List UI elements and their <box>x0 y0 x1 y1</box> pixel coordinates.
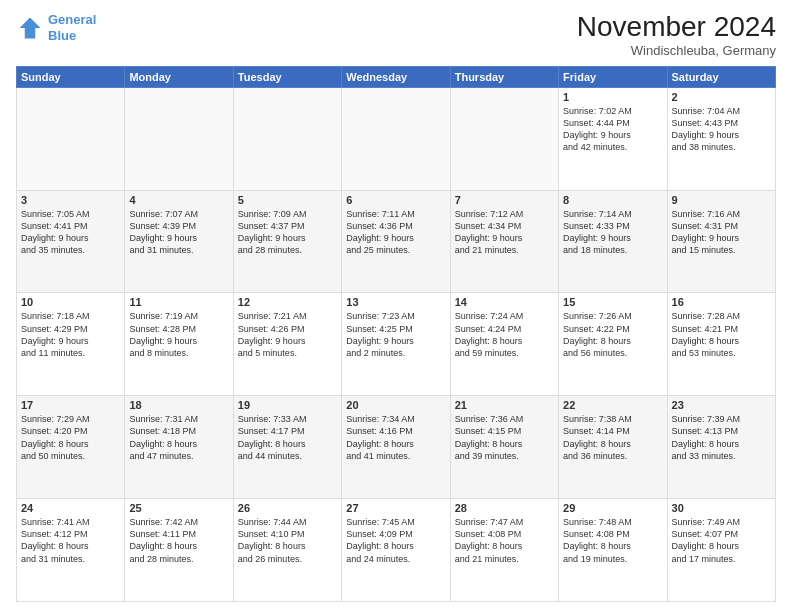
day-info: Sunrise: 7:24 AM Sunset: 4:24 PM Dayligh… <box>455 310 554 359</box>
day-number: 13 <box>346 296 445 308</box>
day-number: 4 <box>129 194 228 206</box>
day-info: Sunrise: 7:41 AM Sunset: 4:12 PM Dayligh… <box>21 516 120 565</box>
day-number: 25 <box>129 502 228 514</box>
day-cell: 26Sunrise: 7:44 AM Sunset: 4:10 PM Dayli… <box>233 499 341 602</box>
day-number: 23 <box>672 399 771 411</box>
day-number: 14 <box>455 296 554 308</box>
day-cell: 2Sunrise: 7:04 AM Sunset: 4:43 PM Daylig… <box>667 87 775 190</box>
day-info: Sunrise: 7:48 AM Sunset: 4:08 PM Dayligh… <box>563 516 662 565</box>
day-number: 5 <box>238 194 337 206</box>
day-number: 17 <box>21 399 120 411</box>
weekday-sunday: Sunday <box>17 66 125 87</box>
day-info: Sunrise: 7:04 AM Sunset: 4:43 PM Dayligh… <box>672 105 771 154</box>
day-number: 19 <box>238 399 337 411</box>
day-cell: 9Sunrise: 7:16 AM Sunset: 4:31 PM Daylig… <box>667 190 775 293</box>
header: General Blue November 2024 Windischleuba… <box>16 12 776 58</box>
day-info: Sunrise: 7:21 AM Sunset: 4:26 PM Dayligh… <box>238 310 337 359</box>
day-cell: 4Sunrise: 7:07 AM Sunset: 4:39 PM Daylig… <box>125 190 233 293</box>
day-cell: 27Sunrise: 7:45 AM Sunset: 4:09 PM Dayli… <box>342 499 450 602</box>
day-number: 20 <box>346 399 445 411</box>
logo-line1: General <box>48 12 96 27</box>
day-info: Sunrise: 7:23 AM Sunset: 4:25 PM Dayligh… <box>346 310 445 359</box>
day-info: Sunrise: 7:31 AM Sunset: 4:18 PM Dayligh… <box>129 413 228 462</box>
day-number: 21 <box>455 399 554 411</box>
day-cell: 6Sunrise: 7:11 AM Sunset: 4:36 PM Daylig… <box>342 190 450 293</box>
day-info: Sunrise: 7:18 AM Sunset: 4:29 PM Dayligh… <box>21 310 120 359</box>
weekday-wednesday: Wednesday <box>342 66 450 87</box>
day-info: Sunrise: 7:39 AM Sunset: 4:13 PM Dayligh… <box>672 413 771 462</box>
weekday-tuesday: Tuesday <box>233 66 341 87</box>
day-info: Sunrise: 7:11 AM Sunset: 4:36 PM Dayligh… <box>346 208 445 257</box>
day-cell: 22Sunrise: 7:38 AM Sunset: 4:14 PM Dayli… <box>559 396 667 499</box>
week-row-1: 3Sunrise: 7:05 AM Sunset: 4:41 PM Daylig… <box>17 190 776 293</box>
month-title: November 2024 <box>577 12 776 43</box>
day-info: Sunrise: 7:38 AM Sunset: 4:14 PM Dayligh… <box>563 413 662 462</box>
day-number: 11 <box>129 296 228 308</box>
day-cell <box>125 87 233 190</box>
day-cell <box>17 87 125 190</box>
day-cell: 21Sunrise: 7:36 AM Sunset: 4:15 PM Dayli… <box>450 396 558 499</box>
day-number: 22 <box>563 399 662 411</box>
day-cell: 7Sunrise: 7:12 AM Sunset: 4:34 PM Daylig… <box>450 190 558 293</box>
day-info: Sunrise: 7:29 AM Sunset: 4:20 PM Dayligh… <box>21 413 120 462</box>
day-number: 29 <box>563 502 662 514</box>
day-cell <box>233 87 341 190</box>
day-number: 3 <box>21 194 120 206</box>
calendar-body: 1Sunrise: 7:02 AM Sunset: 4:44 PM Daylig… <box>17 87 776 601</box>
page: General Blue November 2024 Windischleuba… <box>0 0 792 612</box>
day-number: 10 <box>21 296 120 308</box>
day-info: Sunrise: 7:19 AM Sunset: 4:28 PM Dayligh… <box>129 310 228 359</box>
day-info: Sunrise: 7:34 AM Sunset: 4:16 PM Dayligh… <box>346 413 445 462</box>
logo-text: General Blue <box>48 12 96 43</box>
day-info: Sunrise: 7:36 AM Sunset: 4:15 PM Dayligh… <box>455 413 554 462</box>
day-info: Sunrise: 7:26 AM Sunset: 4:22 PM Dayligh… <box>563 310 662 359</box>
day-info: Sunrise: 7:12 AM Sunset: 4:34 PM Dayligh… <box>455 208 554 257</box>
week-row-0: 1Sunrise: 7:02 AM Sunset: 4:44 PM Daylig… <box>17 87 776 190</box>
day-info: Sunrise: 7:33 AM Sunset: 4:17 PM Dayligh… <box>238 413 337 462</box>
day-cell: 12Sunrise: 7:21 AM Sunset: 4:26 PM Dayli… <box>233 293 341 396</box>
svg-marker-0 <box>20 17 41 38</box>
weekday-saturday: Saturday <box>667 66 775 87</box>
weekday-monday: Monday <box>125 66 233 87</box>
day-cell: 30Sunrise: 7:49 AM Sunset: 4:07 PM Dayli… <box>667 499 775 602</box>
day-cell: 17Sunrise: 7:29 AM Sunset: 4:20 PM Dayli… <box>17 396 125 499</box>
day-number: 6 <box>346 194 445 206</box>
day-cell <box>450 87 558 190</box>
day-number: 18 <box>129 399 228 411</box>
day-number: 27 <box>346 502 445 514</box>
day-number: 24 <box>21 502 120 514</box>
day-number: 26 <box>238 502 337 514</box>
day-cell: 16Sunrise: 7:28 AM Sunset: 4:21 PM Dayli… <box>667 293 775 396</box>
day-cell: 8Sunrise: 7:14 AM Sunset: 4:33 PM Daylig… <box>559 190 667 293</box>
day-cell: 5Sunrise: 7:09 AM Sunset: 4:37 PM Daylig… <box>233 190 341 293</box>
day-cell: 11Sunrise: 7:19 AM Sunset: 4:28 PM Dayli… <box>125 293 233 396</box>
calendar: SundayMondayTuesdayWednesdayThursdayFrid… <box>16 66 776 602</box>
day-cell: 29Sunrise: 7:48 AM Sunset: 4:08 PM Dayli… <box>559 499 667 602</box>
week-row-2: 10Sunrise: 7:18 AM Sunset: 4:29 PM Dayli… <box>17 293 776 396</box>
weekday-friday: Friday <box>559 66 667 87</box>
day-info: Sunrise: 7:44 AM Sunset: 4:10 PM Dayligh… <box>238 516 337 565</box>
location: Windischleuba, Germany <box>577 43 776 58</box>
weekday-thursday: Thursday <box>450 66 558 87</box>
logo-line2: Blue <box>48 28 76 43</box>
day-cell: 3Sunrise: 7:05 AM Sunset: 4:41 PM Daylig… <box>17 190 125 293</box>
day-number: 15 <box>563 296 662 308</box>
day-cell: 14Sunrise: 7:24 AM Sunset: 4:24 PM Dayli… <box>450 293 558 396</box>
day-number: 8 <box>563 194 662 206</box>
day-number: 9 <box>672 194 771 206</box>
day-number: 12 <box>238 296 337 308</box>
day-cell: 19Sunrise: 7:33 AM Sunset: 4:17 PM Dayli… <box>233 396 341 499</box>
day-cell: 13Sunrise: 7:23 AM Sunset: 4:25 PM Dayli… <box>342 293 450 396</box>
day-info: Sunrise: 7:49 AM Sunset: 4:07 PM Dayligh… <box>672 516 771 565</box>
day-cell: 24Sunrise: 7:41 AM Sunset: 4:12 PM Dayli… <box>17 499 125 602</box>
calendar-header: SundayMondayTuesdayWednesdayThursdayFrid… <box>17 66 776 87</box>
day-cell: 15Sunrise: 7:26 AM Sunset: 4:22 PM Dayli… <box>559 293 667 396</box>
day-number: 30 <box>672 502 771 514</box>
day-cell: 1Sunrise: 7:02 AM Sunset: 4:44 PM Daylig… <box>559 87 667 190</box>
day-number: 2 <box>672 91 771 103</box>
day-info: Sunrise: 7:09 AM Sunset: 4:37 PM Dayligh… <box>238 208 337 257</box>
day-info: Sunrise: 7:42 AM Sunset: 4:11 PM Dayligh… <box>129 516 228 565</box>
day-cell: 18Sunrise: 7:31 AM Sunset: 4:18 PM Dayli… <box>125 396 233 499</box>
week-row-4: 24Sunrise: 7:41 AM Sunset: 4:12 PM Dayli… <box>17 499 776 602</box>
day-number: 28 <box>455 502 554 514</box>
